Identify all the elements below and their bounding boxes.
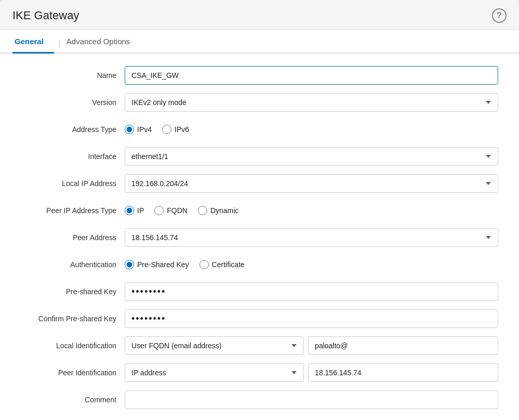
- radio-dynamic-input[interactable]: [198, 206, 207, 215]
- authentication-label: Authentication: [21, 260, 125, 269]
- tab-general[interactable]: General: [12, 30, 54, 54]
- form-body: Name Version IKEv1 only mode IKEv2 only …: [0, 54, 519, 420]
- name-control: [125, 66, 498, 85]
- peer-id-value-wrapper: [308, 363, 498, 382]
- radio-ipv6-label: IPv6: [175, 125, 189, 134]
- peer-address-select-wrapper: 18.156.145.74: [125, 228, 498, 247]
- version-select-wrapper: IKEv1 only mode IKEv2 only mode IKEv2 pr…: [125, 93, 498, 112]
- dialog-title: IKE Gateway: [12, 9, 79, 22]
- version-select[interactable]: IKEv1 only mode IKEv2 only mode IKEv2 pr…: [125, 93, 498, 112]
- peer-id-inner-row: IP address FQDN User FQDN (email address…: [125, 363, 498, 382]
- address-type-radio-group: IPv4 IPv6: [125, 120, 498, 139]
- peer-id-type-wrapper: IP address FQDN User FQDN (email address…: [125, 363, 304, 382]
- radio-certificate-input[interactable]: [199, 260, 209, 269]
- local-id-control: User FQDN (email address) IP address FQD…: [125, 336, 498, 355]
- local-ip-select-wrapper: 192.168.0.204/24: [125, 174, 498, 193]
- address-type-label: Address Type: [21, 125, 125, 134]
- local-ip-control: 192.168.0.204/24: [125, 174, 498, 193]
- peer-id-label: Peer Identification: [21, 369, 125, 377]
- local-id-inner-row: User FQDN (email address) IP address FQD…: [125, 336, 498, 355]
- radio-ipv6[interactable]: IPv6: [162, 125, 189, 134]
- peer-id-value-input[interactable]: [308, 363, 498, 382]
- radio-fqdn[interactable]: FQDN: [154, 206, 188, 215]
- dialog-header: IKE Gateway ?: [0, 0, 519, 30]
- confirm-key-input[interactable]: [125, 309, 498, 328]
- radio-pre-shared-label: Pre-Shared Key: [137, 260, 189, 269]
- peer-address-control: 18.156.145.74: [125, 228, 498, 247]
- local-id-value-input[interactable]: [308, 336, 498, 355]
- radio-dynamic-label: Dynamic: [210, 206, 238, 215]
- version-row: Version IKEv1 only mode IKEv2 only mode …: [21, 93, 498, 112]
- radio-pre-shared-input[interactable]: [125, 260, 134, 269]
- help-icon[interactable]: ?: [492, 8, 507, 23]
- interface-control: ethernet1/1 ethernet1/2: [125, 147, 498, 166]
- radio-fqdn-input[interactable]: [154, 206, 164, 215]
- local-id-label: Local Identification: [21, 342, 125, 350]
- confirm-key-row: Confirm Pre-shared Key: [21, 309, 498, 328]
- peer-ip-type-label: Peer IP Address Type: [21, 206, 125, 215]
- local-id-row: Local Identification User FQDN (email ad…: [21, 336, 498, 355]
- comment-input[interactable]: [125, 390, 498, 409]
- tab-divider: |: [54, 31, 64, 54]
- peer-id-row: Peer Identification IP address FQDN User…: [21, 363, 498, 382]
- local-ip-select[interactable]: 192.168.0.204/24: [125, 174, 498, 193]
- pre-shared-key-row: Pre-shared Key: [21, 282, 498, 301]
- local-ip-row: Local IP Address 192.168.0.204/24: [21, 174, 498, 193]
- peer-id-control: IP address FQDN User FQDN (email address…: [125, 363, 498, 382]
- local-id-type-select[interactable]: User FQDN (email address) IP address FQD…: [125, 336, 304, 355]
- interface-select-wrapper: ethernet1/1 ethernet1/2: [125, 147, 498, 166]
- peer-id-type-select[interactable]: IP address FQDN User FQDN (email address…: [125, 363, 304, 382]
- radio-ip-input[interactable]: [125, 206, 134, 215]
- version-control: IKEv1 only mode IKEv2 only mode IKEv2 pr…: [125, 93, 498, 112]
- tab-advanced[interactable]: Advanced Options: [64, 30, 141, 54]
- tab-bar: General | Advanced Options: [0, 30, 519, 54]
- peer-address-label: Peer Address: [21, 233, 125, 242]
- interface-row: Interface ethernet1/1 ethernet1/2: [21, 147, 498, 166]
- radio-pre-shared[interactable]: Pre-Shared Key: [125, 260, 189, 269]
- radio-fqdn-label: FQDN: [167, 206, 188, 215]
- radio-certificate-label: Certificate: [212, 260, 245, 269]
- radio-ipv4-input[interactable]: [125, 125, 134, 134]
- authentication-control: Pre-Shared Key Certificate: [125, 255, 498, 274]
- pre-shared-key-label: Pre-shared Key: [21, 287, 125, 296]
- pre-shared-key-input[interactable]: [125, 282, 498, 301]
- address-type-control: IPv4 IPv6: [125, 120, 498, 139]
- peer-ip-type-control: IP FQDN Dynamic: [125, 201, 498, 220]
- peer-address-row: Peer Address 18.156.145.74: [21, 228, 498, 247]
- pre-shared-key-control: [125, 282, 498, 301]
- peer-address-select[interactable]: 18.156.145.74: [125, 228, 498, 247]
- radio-certificate[interactable]: Certificate: [199, 260, 245, 269]
- peer-ip-type-radio-group: IP FQDN Dynamic: [125, 201, 498, 220]
- confirm-key-control: [125, 309, 498, 328]
- version-label: Version: [21, 98, 125, 107]
- radio-ip-label: IP: [137, 206, 144, 215]
- radio-ipv4-label: IPv4: [137, 125, 152, 134]
- radio-ipv6-input[interactable]: [162, 125, 171, 134]
- authentication-row: Authentication Pre-Shared Key Certificat…: [21, 255, 498, 274]
- local-ip-label: Local IP Address: [21, 179, 125, 188]
- radio-ip[interactable]: IP: [125, 206, 144, 215]
- address-type-row: Address Type IPv4 IPv6: [21, 120, 498, 139]
- local-id-type-wrapper: User FQDN (email address) IP address FQD…: [125, 336, 304, 355]
- name-input[interactable]: [125, 66, 498, 85]
- comment-row: Comment: [21, 390, 498, 409]
- ike-gateway-dialog: IKE Gateway ? General | Advanced Options…: [0, 0, 519, 420]
- local-id-value-wrapper: [308, 336, 498, 355]
- name-row: Name: [21, 66, 498, 85]
- confirm-key-label: Confirm Pre-shared Key: [21, 314, 125, 323]
- comment-label: Comment: [21, 396, 125, 404]
- interface-select[interactable]: ethernet1/1 ethernet1/2: [125, 147, 498, 166]
- name-label: Name: [21, 71, 125, 80]
- comment-control: [125, 390, 498, 409]
- radio-ipv4[interactable]: IPv4: [125, 125, 152, 134]
- interface-label: Interface: [21, 152, 125, 161]
- peer-ip-type-row: Peer IP Address Type IP FQDN Dynamic: [21, 201, 498, 220]
- auth-radio-group: Pre-Shared Key Certificate: [125, 255, 498, 274]
- radio-dynamic[interactable]: Dynamic: [198, 206, 238, 215]
